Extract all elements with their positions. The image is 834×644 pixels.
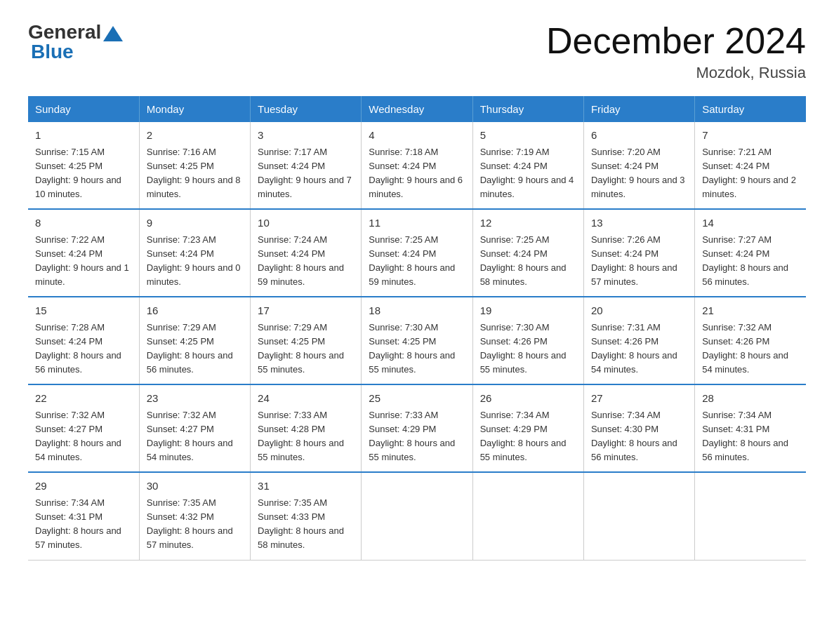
cell-info: Sunrise: 7:22 AMSunset: 4:24 PMDaylight:…	[35, 234, 129, 287]
calendar-week-row: 15Sunrise: 7:28 AMSunset: 4:24 PMDayligh…	[28, 297, 806, 384]
calendar-cell: 6Sunrise: 7:20 AMSunset: 4:24 PMDaylight…	[583, 122, 694, 209]
day-number: 11	[369, 215, 465, 232]
calendar-cell: 31Sunrise: 7:35 AMSunset: 4:33 PMDayligh…	[251, 472, 362, 560]
calendar-cell: 21Sunrise: 7:32 AMSunset: 4:26 PMDayligh…	[695, 297, 806, 384]
day-number: 29	[35, 478, 132, 495]
calendar-cell: 20Sunrise: 7:31 AMSunset: 4:26 PMDayligh…	[583, 297, 694, 384]
cell-info: Sunrise: 7:16 AMSunset: 4:25 PMDaylight:…	[147, 147, 241, 199]
cell-info: Sunrise: 7:19 AMSunset: 4:24 PMDaylight:…	[480, 147, 574, 199]
cell-info: Sunrise: 7:34 AMSunset: 4:30 PMDaylight:…	[591, 410, 677, 462]
calendar-cell: 9Sunrise: 7:23 AMSunset: 4:24 PMDaylight…	[139, 209, 250, 297]
day-number: 26	[480, 391, 576, 407]
calendar-cell: 25Sunrise: 7:33 AMSunset: 4:29 PMDayligh…	[362, 384, 472, 472]
day-number: 16	[147, 303, 243, 319]
day-number: 30	[147, 478, 243, 495]
day-number: 25	[369, 391, 465, 407]
day-number: 13	[591, 215, 687, 232]
page-header: General Blue December 2024 Mozdok, Russi…	[28, 21, 806, 82]
day-header-tuesday: Tuesday	[251, 96, 362, 122]
calendar-table: SundayMondayTuesdayWednesdayThursdayFrid…	[28, 96, 806, 560]
calendar-cell: 19Sunrise: 7:30 AMSunset: 4:26 PMDayligh…	[472, 297, 583, 384]
cell-info: Sunrise: 7:30 AMSunset: 4:26 PMDaylight:…	[480, 322, 567, 375]
cell-info: Sunrise: 7:32 AMSunset: 4:27 PMDaylight:…	[147, 410, 233, 462]
day-header-thursday: Thursday	[472, 96, 583, 122]
month-title: December 2024	[546, 21, 806, 61]
day-number: 8	[35, 215, 132, 232]
title-block: December 2024 Mozdok, Russia	[546, 21, 806, 82]
calendar-cell	[583, 472, 694, 560]
calendar-cell: 14Sunrise: 7:27 AMSunset: 4:24 PMDayligh…	[695, 209, 806, 297]
cell-info: Sunrise: 7:33 AMSunset: 4:28 PMDaylight:…	[258, 410, 344, 462]
cell-info: Sunrise: 7:31 AMSunset: 4:26 PMDaylight:…	[591, 322, 677, 375]
day-number: 7	[702, 128, 799, 144]
day-header-saturday: Saturday	[695, 96, 806, 122]
day-number: 9	[147, 215, 243, 232]
cell-info: Sunrise: 7:34 AMSunset: 4:31 PMDaylight:…	[702, 410, 788, 462]
cell-info: Sunrise: 7:34 AMSunset: 4:29 PMDaylight:…	[480, 410, 567, 462]
calendar-cell: 17Sunrise: 7:29 AMSunset: 4:25 PMDayligh…	[251, 297, 362, 384]
calendar-cell: 7Sunrise: 7:21 AMSunset: 4:24 PMDaylight…	[695, 122, 806, 209]
calendar-cell: 13Sunrise: 7:26 AMSunset: 4:24 PMDayligh…	[583, 209, 694, 297]
day-number: 4	[369, 128, 465, 144]
cell-info: Sunrise: 7:25 AMSunset: 4:24 PMDaylight:…	[369, 234, 455, 287]
days-header-row: SundayMondayTuesdayWednesdayThursdayFrid…	[28, 96, 806, 122]
cell-info: Sunrise: 7:30 AMSunset: 4:25 PMDaylight:…	[369, 322, 455, 375]
calendar-cell: 30Sunrise: 7:35 AMSunset: 4:32 PMDayligh…	[139, 472, 250, 560]
cell-info: Sunrise: 7:35 AMSunset: 4:32 PMDaylight:…	[147, 497, 233, 550]
calendar-cell	[695, 472, 806, 560]
calendar-cell: 24Sunrise: 7:33 AMSunset: 4:28 PMDayligh…	[251, 384, 362, 472]
calendar-cell: 2Sunrise: 7:16 AMSunset: 4:25 PMDaylight…	[139, 122, 250, 209]
day-number: 28	[702, 391, 799, 407]
calendar-week-row: 8Sunrise: 7:22 AMSunset: 4:24 PMDaylight…	[28, 209, 806, 297]
day-number: 22	[35, 391, 132, 407]
calendar-cell: 23Sunrise: 7:32 AMSunset: 4:27 PMDayligh…	[139, 384, 250, 472]
cell-info: Sunrise: 7:29 AMSunset: 4:25 PMDaylight:…	[147, 322, 233, 375]
calendar-cell: 4Sunrise: 7:18 AMSunset: 4:24 PMDaylight…	[362, 122, 472, 209]
day-number: 17	[258, 303, 354, 319]
calendar-week-row: 29Sunrise: 7:34 AMSunset: 4:31 PMDayligh…	[28, 472, 806, 560]
day-number: 12	[480, 215, 576, 232]
calendar-cell: 22Sunrise: 7:32 AMSunset: 4:27 PMDayligh…	[28, 384, 139, 472]
cell-info: Sunrise: 7:28 AMSunset: 4:24 PMDaylight:…	[35, 322, 121, 375]
logo: General Blue	[28, 21, 125, 63]
day-number: 23	[147, 391, 243, 407]
day-header-sunday: Sunday	[28, 96, 139, 122]
day-header-monday: Monday	[139, 96, 250, 122]
day-number: 24	[258, 391, 354, 407]
day-number: 6	[591, 128, 687, 144]
day-number: 31	[258, 478, 354, 495]
calendar-cell: 26Sunrise: 7:34 AMSunset: 4:29 PMDayligh…	[472, 384, 583, 472]
day-number: 10	[258, 215, 354, 232]
cell-info: Sunrise: 7:27 AMSunset: 4:24 PMDaylight:…	[702, 234, 788, 287]
cell-info: Sunrise: 7:17 AMSunset: 4:24 PMDaylight:…	[258, 147, 352, 199]
day-number: 14	[702, 215, 799, 232]
cell-info: Sunrise: 7:24 AMSunset: 4:24 PMDaylight:…	[258, 234, 344, 287]
logo-triangle-icon	[103, 26, 123, 41]
cell-info: Sunrise: 7:33 AMSunset: 4:29 PMDaylight:…	[369, 410, 455, 462]
day-number: 3	[258, 128, 354, 144]
calendar-cell: 5Sunrise: 7:19 AMSunset: 4:24 PMDaylight…	[472, 122, 583, 209]
day-header-wednesday: Wednesday	[362, 96, 472, 122]
cell-info: Sunrise: 7:23 AMSunset: 4:24 PMDaylight:…	[147, 234, 241, 287]
day-number: 21	[702, 303, 799, 319]
cell-info: Sunrise: 7:15 AMSunset: 4:25 PMDaylight:…	[35, 147, 121, 199]
calendar-cell	[362, 472, 472, 560]
day-number: 5	[480, 128, 576, 144]
cell-info: Sunrise: 7:35 AMSunset: 4:33 PMDaylight:…	[258, 497, 344, 550]
location: Mozdok, Russia	[546, 64, 806, 82]
calendar-cell: 8Sunrise: 7:22 AMSunset: 4:24 PMDaylight…	[28, 209, 139, 297]
calendar-cell	[472, 472, 583, 560]
calendar-cell: 15Sunrise: 7:28 AMSunset: 4:24 PMDayligh…	[28, 297, 139, 384]
calendar-cell: 18Sunrise: 7:30 AMSunset: 4:25 PMDayligh…	[362, 297, 472, 384]
logo-blue-text: Blue	[28, 41, 74, 63]
day-number: 18	[369, 303, 465, 319]
calendar-cell: 1Sunrise: 7:15 AMSunset: 4:25 PMDaylight…	[28, 122, 139, 209]
calendar-week-row: 22Sunrise: 7:32 AMSunset: 4:27 PMDayligh…	[28, 384, 806, 472]
cell-info: Sunrise: 7:32 AMSunset: 4:26 PMDaylight:…	[702, 322, 788, 375]
cell-info: Sunrise: 7:26 AMSunset: 4:24 PMDaylight:…	[591, 234, 677, 287]
cell-info: Sunrise: 7:32 AMSunset: 4:27 PMDaylight:…	[35, 410, 121, 462]
calendar-cell: 11Sunrise: 7:25 AMSunset: 4:24 PMDayligh…	[362, 209, 472, 297]
calendar-cell: 12Sunrise: 7:25 AMSunset: 4:24 PMDayligh…	[472, 209, 583, 297]
day-number: 19	[480, 303, 576, 319]
day-number: 15	[35, 303, 132, 319]
